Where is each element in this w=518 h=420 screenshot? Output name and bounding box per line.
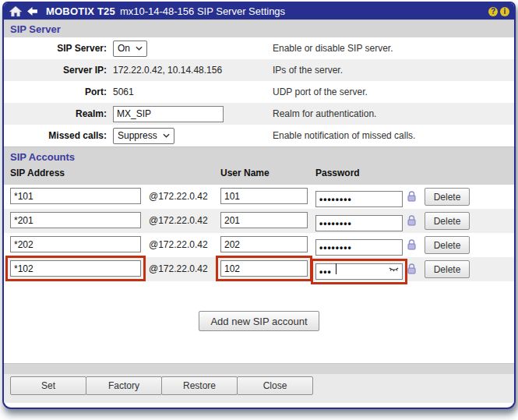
delete-button[interactable]: Delete (425, 236, 470, 254)
device-brand: MOBOTIX T25 (46, 5, 115, 17)
lock-icon[interactable] (407, 191, 416, 202)
footer-separator (4, 363, 514, 374)
user-name-input[interactable] (220, 188, 308, 204)
server-ip-label: Server IP: (4, 65, 113, 76)
sip-server-label: SIP Server: (4, 43, 113, 54)
delete-button[interactable]: Delete (425, 212, 470, 230)
password-input[interactable] (315, 191, 403, 207)
column-header-sip-address: SIP Address (10, 168, 65, 178)
info-icon[interactable]: i (500, 7, 509, 16)
user-name-input[interactable] (220, 212, 308, 228)
footer-button-bar: Set Factory Restore Close (4, 374, 514, 403)
account-row-highlighted: @172.22.0.42 Delete (4, 257, 514, 281)
password-input[interactable] (315, 239, 403, 256)
restore-button[interactable]: Restore (161, 376, 238, 395)
user-name-input[interactable] (220, 260, 308, 277)
set-button[interactable]: Set (10, 376, 86, 395)
close-button[interactable]: Close (237, 376, 313, 395)
sip-accounts-section-title: SIP Accounts (4, 147, 514, 164)
missed-calls-label: Missed calls: (4, 130, 113, 141)
chevron-down-icon (136, 46, 143, 51)
realm-description: Realm for authentication. (273, 108, 376, 119)
sip-address-input[interactable] (10, 260, 141, 277)
sip-server-description: Enable or disable SIP server. (273, 43, 393, 54)
sip-address-input[interactable] (10, 236, 141, 252)
lock-icon[interactable] (407, 215, 416, 226)
missed-calls-row: Missed calls: Suppress Enable notificati… (4, 125, 514, 146)
host-suffix: @172.22.0.42 (149, 239, 208, 250)
realm-label: Realm: (4, 108, 113, 119)
help-icon[interactable]: ? (488, 7, 498, 16)
sip-server-section-title: SIP Server (4, 19, 514, 37)
chevron-down-icon (163, 133, 170, 138)
page-title: mx10-14-48-156 SIP Server Settings (120, 5, 285, 17)
missed-calls-description: Enable notification of missed calls. (273, 130, 415, 141)
port-description: UDP port of the server. (273, 86, 368, 97)
text-cursor (336, 263, 337, 274)
sip-address-input[interactable] (10, 188, 141, 204)
host-suffix: @172.22.0.42 (149, 263, 208, 274)
host-suffix: @172.22.0.42 (149, 215, 208, 226)
accounts-column-headers: SIP Address User Name Password (4, 164, 514, 185)
missed-calls-select[interactable]: Suppress (113, 128, 174, 144)
server-ip-description: IPs of the server. (273, 65, 343, 76)
realm-row: Realm: Realm for authentication. (4, 103, 514, 125)
sip-address-input[interactable] (10, 212, 141, 228)
missed-calls-selected-value: Suppress (118, 130, 157, 141)
account-row: @172.22.0.42 Delete (4, 185, 514, 209)
lock-icon[interactable] (407, 239, 416, 250)
port-label: Port: (4, 86, 113, 97)
user-name-input[interactable] (220, 236, 308, 252)
sip-server-selected-value: On (118, 43, 130, 54)
server-ip-value: 172.22.0.42, 10.14.48.156 (113, 65, 222, 76)
title-bar: MOBOTIX T25 mx10-14-48-156 SIP Server Se… (4, 3, 514, 19)
home-icon[interactable] (9, 5, 22, 17)
account-row: @172.22.0.42 Delete (4, 209, 514, 233)
host-suffix: @172.22.0.42 (149, 191, 208, 202)
password-input[interactable] (315, 215, 403, 231)
add-account-area: Add new SIP account (4, 281, 514, 363)
sip-accounts-header-band: SIP Accounts SIP Address User Name Passw… (4, 146, 514, 185)
back-arrow-icon[interactable] (26, 5, 39, 17)
sip-server-select[interactable]: On (113, 41, 147, 57)
delete-button[interactable]: Delete (425, 188, 470, 206)
account-row: @172.22.0.42 Delete (4, 233, 514, 257)
port-row: Port: 5061 UDP port of the server. (4, 81, 514, 103)
realm-input[interactable] (113, 106, 224, 122)
delete-button[interactable]: Delete (425, 260, 470, 278)
column-header-user-name: User Name (220, 168, 270, 178)
port-value: 5061 (113, 86, 134, 97)
add-sip-account-button[interactable]: Add new SIP account (199, 311, 319, 331)
factory-button[interactable]: Factory (86, 376, 162, 395)
password-reveal-eye-icon[interactable] (389, 265, 399, 273)
sip-server-row: SIP Server: On Enable or disable SIP ser… (4, 37, 514, 59)
lock-icon[interactable] (407, 263, 416, 274)
settings-window: MOBOTIX T25 mx10-14-48-156 SIP Server Se… (2, 2, 516, 409)
server-ip-row: Server IP: 172.22.0.42, 10.14.48.156 IPs… (4, 59, 514, 81)
column-header-password: Password (315, 168, 360, 178)
